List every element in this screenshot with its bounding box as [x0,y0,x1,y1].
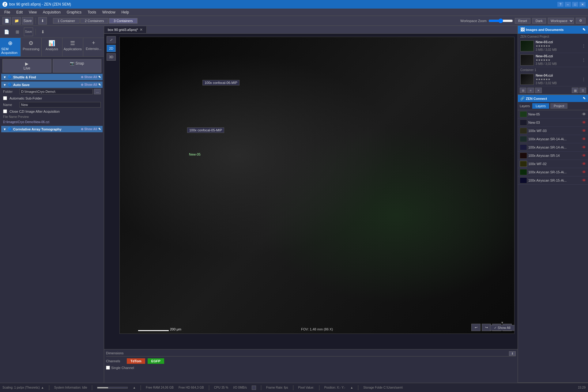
layer-airyscan-2[interactable]: 100x Airyscan SR-14-Ai... 👁 [518,143,588,152]
layer-airyscan-1[interactable]: 100x Airyscan SR-14-Ai... 👁 [518,135,588,143]
tab-applications[interactable]: ☰ Applications [62,38,83,56]
tab-sem-acquisition[interactable]: ⊕ SEM Acquisition [0,38,21,56]
thumb-new05-menu[interactable]: ⋮ [582,58,586,62]
dark-button[interactable]: Dark [532,18,546,24]
docs-edit-icon[interactable]: ✎ [582,28,586,32]
menu-help[interactable]: Help [119,9,132,15]
shuttle-edit[interactable]: ✎ [98,75,101,79]
toolbar-import[interactable]: ⬇ [38,17,47,24]
layer-new03[interactable]: New-03 👁 [518,119,588,127]
corr-edit[interactable]: ✎ [98,127,101,131]
folder-input[interactable] [20,89,93,94]
menu-acquisition[interactable]: Acquisition [40,9,64,15]
view-3d-btn[interactable]: 3D [107,53,116,61]
menu-view[interactable]: View [26,9,40,15]
corr-show-all[interactable]: ⊕ Show All [81,127,97,131]
shuttle-find-header[interactable]: ▼ 🔵 Shuttle & Find ⊕ Show All ✎ [1,74,103,80]
rt-btn-thumb[interactable]: ▦ [572,88,579,93]
menu-tools[interactable]: Tools [85,9,99,15]
save-icon[interactable]: Save [24,28,33,36]
dim-collapse-btn[interactable]: ⬇ [509,351,516,356]
layer-100x-wf03[interactable]: 100x WF-03 👁 [518,127,588,135]
name-input[interactable] [20,102,101,107]
tdtom-btn[interactable]: TdTom [127,358,145,364]
shuttle-label: Shuttle & Find [13,75,36,79]
active-file-tab[interactable]: box 90 grid3.a5proj* ✕ [104,26,147,33]
layer-airyscan-sr14[interactable]: 100x Airyscan SR-14 👁 [518,152,588,160]
single-channel-check[interactable] [106,366,110,370]
show-all-btn[interactable]: ✓ Show All [490,325,514,331]
layer-sr15ai1-eye[interactable]: 👁 [582,170,586,175]
thumb-new04[interactable]: New-04.czi ★★★★★★ 3 MB / 3,02 MB ⋮ [518,72,588,86]
tab-2-containers[interactable]: 2 Containers [80,18,108,24]
new-doc-icon[interactable]: 📄 [2,28,11,36]
layer-sr14-eye[interactable]: 👁 [582,153,586,158]
tab-1-container[interactable]: 1 Container [53,18,80,24]
project-tab[interactable]: Project [550,103,567,109]
layers-tab[interactable]: Layers [532,103,549,109]
menu-window[interactable]: Window [99,9,119,15]
layer-sr15ai2-eye[interactable]: 👁 [582,178,586,183]
auto-save-header[interactable]: ▼ 🔵 Auto Save ⊕ Show All ✎ [1,81,103,88]
view-2d-btn[interactable]: 2D [107,45,116,52]
grid-icon[interactable]: ⊞ [13,28,22,36]
layer-sr15-ai1[interactable]: 100x Airyscan SR-15-Ai... 👁 [518,168,588,176]
snap-button[interactable]: 📷 Snap [53,59,102,73]
autosave-edit[interactable]: ✎ [98,83,101,86]
maximize-btn[interactable]: □ [572,2,578,7]
import-icon[interactable]: ⬇ [38,28,47,36]
layer-wf02[interactable]: 100x WF-02 👁 [518,160,588,168]
rt-btn-detail[interactable]: ☰ [579,88,586,93]
tab-3-containers[interactable]: 3 Containers [109,18,137,24]
thumb-new04-menu[interactable]: ⋮ [582,77,586,81]
layer-wf02-eye[interactable]: 👁 [582,161,586,166]
shuttle-show-all[interactable]: ⊕ Show All [81,75,97,79]
toolbar-save[interactable]: Save [22,17,33,24]
layer-new05-eye[interactable]: 👁 [582,112,586,117]
image-toolbar-btn2[interactable]: ↪ [482,324,491,331]
layer-airyscan1-eye[interactable]: 👁 [582,137,586,141]
egfp-btn[interactable]: EGFP [148,358,164,364]
view-pan-btn[interactable]: ⤢ [107,36,116,43]
layer-new03-eye[interactable]: 👁 [582,120,586,125]
pos-arrow[interactable]: ▲ [350,386,353,389]
zen-connect-edit[interactable]: ✎ [583,96,586,100]
tab-close-icon[interactable]: ✕ [140,28,143,32]
thumb-new03[interactable]: New-03.czi ★★★★★★ 3 MB / 3,02 MB ⋮ [518,39,588,53]
rt-btn-grid[interactable]: ⊞ [520,88,526,93]
tab-extensio[interactable]: + Extensio... [83,38,104,56]
layer-new05[interactable]: New-05 👁 [518,110,588,119]
images-docs-header[interactable]: 🖼 Images and Documents ✎ [518,26,588,34]
workspace-settings[interactable]: ⚙ [576,18,586,24]
auto-subfolder-check[interactable] [3,96,7,100]
rt-btn-list[interactable]: ≡ [527,88,534,93]
progress-arrow[interactable]: ▲ [133,386,136,389]
thumb-new05[interactable]: New-05.czi ★★★★★★ 3 MB / 3,02 MB ⋮ [518,53,588,67]
tab-processing[interactable]: ⚙ Processing [21,38,42,56]
toolbar-new[interactable]: 📄 [2,17,11,24]
toolbar-open[interactable]: 📁 [12,17,21,24]
folder-browse-btn[interactable]: … [94,89,101,94]
zen-connect-header[interactable]: 🔗 ZEN Connect ✎ [518,95,588,102]
live-button[interactable]: ▶ Live [2,59,51,73]
workspace-select[interactable]: Workspace [548,18,574,24]
close-czi-check[interactable] [3,109,7,113]
workspace-zoom-slider[interactable] [488,18,513,23]
layer-airyscan2-eye[interactable]: 👁 [582,145,586,150]
tab-analysis[interactable]: 📊 Analysis [42,38,62,56]
layer-sr15-ai2[interactable]: 100x Airyscan SR-15-Ai... 👁 [518,176,588,185]
minimize-btn[interactable]: – [565,2,571,7]
help-btn[interactable]: ? [557,2,564,7]
menu-edit[interactable]: Edit [13,9,26,15]
thumb-new03-menu[interactable]: ⋮ [582,44,586,48]
reset-button[interactable]: Reset [515,18,530,24]
image-toolbar-btn1[interactable]: ↩ [471,324,481,331]
autosave-show-all[interactable]: ⊕ Show All [81,83,97,86]
scaling-arrow[interactable]: ▲ [41,386,44,389]
menu-graphics[interactable]: Graphics [64,9,85,15]
rt-btn-close[interactable]: ✕ [535,88,542,93]
close-btn[interactable]: ✕ [579,2,586,7]
layer-wf03-eye[interactable]: 👁 [582,128,586,133]
menu-file[interactable]: File [1,9,13,15]
correlative-header[interactable]: ▼ 🔵 Correlative Array Tomography ⊕ Show … [1,126,103,132]
